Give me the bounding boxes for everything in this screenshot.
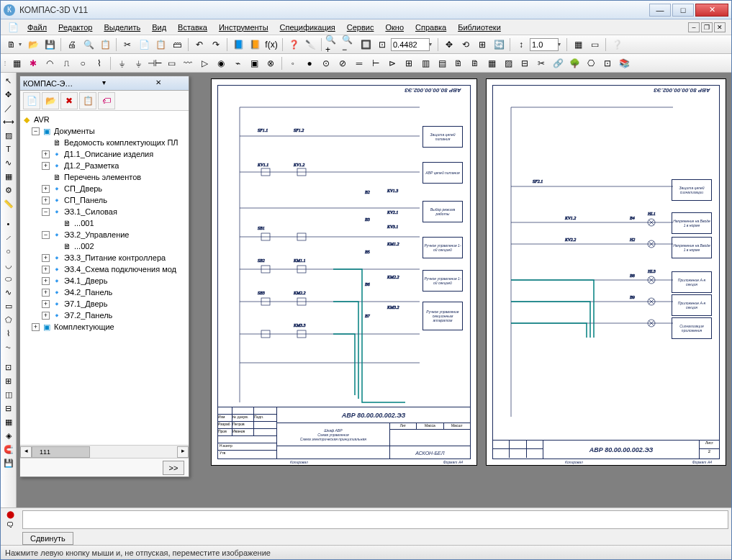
port-icon[interactable]: ⊳: [384, 55, 400, 71]
conn3-icon[interactable]: ⊙: [318, 55, 334, 71]
panel-titlebar[interactable]: КОМПАС-Электри... ▾ ✕: [20, 76, 189, 91]
lt-arc2-icon[interactable]: ◡: [2, 258, 15, 271]
panel-close-icon[interactable]: ✕: [132, 78, 186, 89]
arrow-icon[interactable]: ↕: [513, 37, 529, 53]
lt-param-icon[interactable]: ⚙: [2, 184, 15, 197]
panel-copy-icon[interactable]: 📋: [79, 92, 96, 109]
lt-save2-icon[interactable]: 💾: [2, 456, 15, 469]
lt-poly-icon[interactable]: ⬠: [2, 313, 15, 326]
print-button[interactable]: 🖨: [64, 37, 80, 53]
lt-text-icon[interactable]: T: [2, 143, 15, 155]
line-tool[interactable]: ▦: [9, 55, 24, 71]
panel-tag-icon[interactable]: 🏷: [98, 92, 115, 109]
lt-wire2-icon[interactable]: ⏦: [2, 340, 15, 353]
lt-cursor-icon[interactable]: ↖: [2, 74, 15, 87]
gnd-icon[interactable]: ⏚: [114, 55, 130, 71]
tree-item[interactable]: −🔹Э3.2_Управление: [22, 229, 187, 240]
doc-restore-button[interactable]: ❐: [701, 22, 713, 32]
preview-button[interactable]: 🔍: [81, 37, 96, 53]
res-icon[interactable]: ▭: [163, 55, 179, 71]
variables-button[interactable]: f(x): [263, 37, 279, 53]
menu-libs[interactable]: Библиотеки: [453, 22, 506, 33]
menu-spec[interactable]: Спецификация: [275, 22, 340, 33]
scroll-thumb[interactable]: 111: [32, 446, 90, 458]
lt-snap6-icon[interactable]: ◈: [2, 429, 15, 442]
lamp-icon[interactable]: ⊗: [263, 55, 279, 71]
tree-item[interactable]: +🔹Д1.2_Разметка: [22, 160, 187, 171]
zoom-window-button[interactable]: 🔲: [358, 37, 374, 53]
net-tool[interactable]: ✱: [25, 55, 41, 71]
sheet-icon[interactable]: ▦: [484, 55, 500, 71]
info-icon[interactable]: 🗨: [4, 520, 17, 530]
doc-minimize-button[interactable]: –: [688, 22, 700, 32]
app-menu-icon[interactable]: 📄: [5, 19, 21, 35]
tree-subitem[interactable]: 🗎...001: [22, 217, 187, 229]
open-button[interactable]: 📂: [25, 37, 41, 53]
tree-root[interactable]: ◆AVR: [22, 114, 187, 125]
table-icon[interactable]: ⊞: [401, 55, 417, 71]
panel-menu-icon[interactable]: ▾: [77, 78, 131, 89]
zoom-all-button[interactable]: ⊞: [474, 37, 490, 53]
scale-dropdown[interactable]: ▾: [558, 41, 564, 48]
menu-edit[interactable]: Редактор: [53, 22, 97, 33]
lt-spec-icon[interactable]: ▦: [2, 170, 15, 183]
pan-command-button[interactable]: Сдвинуть: [22, 532, 73, 545]
term-icon[interactable]: ⊢: [368, 55, 384, 71]
hatch-icon[interactable]: ▨: [500, 55, 516, 71]
tree-item[interactable]: +🔹Э3.4_Схема подключения мод: [22, 263, 187, 275]
menu-select[interactable]: Выделить: [99, 22, 145, 33]
menu-window[interactable]: Окно: [380, 22, 409, 33]
panel-go-button[interactable]: >>: [163, 461, 184, 475]
tree-item[interactable]: +🔹Э4.1_Дверь: [22, 275, 187, 286]
doc-icon[interactable]: 🗎: [451, 55, 466, 71]
undo-button[interactable]: ↶: [191, 37, 207, 53]
conn1-icon[interactable]: ◦: [285, 55, 301, 71]
wire-tool[interactable]: ⎍: [58, 55, 74, 71]
refresh-button[interactable]: 🔄: [491, 37, 507, 53]
tree-item[interactable]: 🗎Ведомость комплектующих ПЛ: [22, 137, 187, 148]
lt-snap2-icon[interactable]: ⊞: [2, 374, 15, 387]
cap-icon[interactable]: ⊣⊢: [147, 55, 163, 71]
tree-components[interactable]: +▣Комплектующие: [22, 321, 187, 333]
knife-icon[interactable]: 🔪: [302, 37, 318, 53]
lt-mag-icon[interactable]: 🧲: [2, 443, 15, 456]
scale-input[interactable]: [530, 38, 559, 51]
tb2-handle[interactable]: ⋮: [2, 60, 8, 66]
copy-button[interactable]: 📄: [136, 37, 152, 53]
zoom-fit-button[interactable]: ⊡: [374, 37, 390, 53]
lt-dim-icon[interactable]: ⟷: [2, 115, 15, 128]
conn2-icon[interactable]: ●: [302, 55, 317, 71]
panel-open-icon[interactable]: 📂: [42, 92, 59, 109]
ind-icon[interactable]: 〰: [180, 55, 196, 71]
pan-button[interactable]: ✥: [441, 37, 457, 53]
tree-item[interactable]: 🗎Перечень элементов: [22, 171, 187, 183]
zoom-prev-button[interactable]: ⟲: [458, 37, 474, 53]
bus-icon[interactable]: ═: [351, 55, 367, 71]
tree-icon[interactable]: 🌳: [566, 55, 582, 71]
lt-ellipse-icon[interactable]: ⬭: [2, 272, 15, 285]
lib-icon[interactable]: 📚: [616, 55, 632, 71]
zoom-dropdown[interactable]: ▾: [429, 41, 435, 48]
stop-icon[interactable]: ⬤: [4, 510, 17, 520]
menu-file[interactable]: Файл: [22, 22, 52, 33]
tree-subitem[interactable]: 🗎...002: [22, 240, 187, 252]
redo-button[interactable]: ↷: [208, 37, 224, 53]
tree-item[interactable]: +🔹Д1.1_Описание изделия: [22, 148, 187, 160]
link-icon[interactable]: 🔗: [550, 55, 566, 71]
tree-view[interactable]: ◆AVR −▣Документы 🗎Ведомость комплектующи…: [20, 111, 189, 445]
close-button[interactable]: ✕: [695, 4, 728, 17]
new-dropdown[interactable]: ▾: [19, 41, 24, 48]
mask-icon[interactable]: ⊟: [517, 55, 533, 71]
lt-measure-icon[interactable]: 📏: [2, 197, 15, 210]
maximize-button[interactable]: □: [672, 4, 694, 17]
connect-tool[interactable]: ⌇: [91, 55, 107, 71]
switch-icon[interactable]: ⌁: [230, 55, 245, 71]
libraries-button[interactable]: 📙: [247, 37, 263, 53]
lt-hatch-icon[interactable]: ▨: [2, 129, 15, 142]
lt-point-icon[interactable]: •: [2, 217, 15, 230]
lt-snap4-icon[interactable]: ⊟: [2, 402, 15, 415]
trans-icon[interactable]: ◉: [213, 55, 229, 71]
save-button[interactable]: 💾: [42, 37, 58, 53]
menu-tools[interactable]: Инструменты: [214, 22, 274, 33]
cut-button[interactable]: ✂: [119, 37, 135, 53]
